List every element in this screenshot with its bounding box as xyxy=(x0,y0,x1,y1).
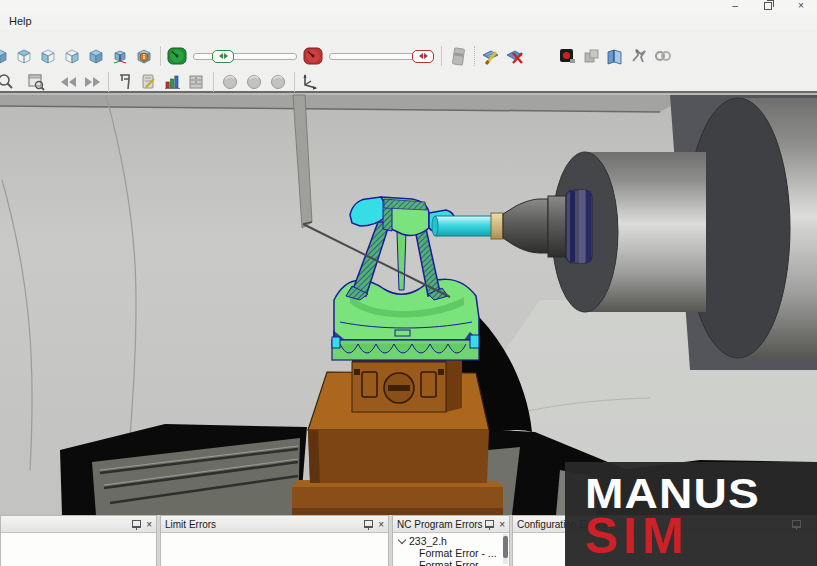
minimize-button[interactable]: – xyxy=(729,1,741,11)
tree-node-root[interactable]: 233_2.h xyxy=(397,535,509,547)
record-icon xyxy=(558,47,577,66)
book-icon xyxy=(605,46,625,66)
manussim-watermark: MANUS SIM xyxy=(565,462,817,566)
view-cube-corner-button[interactable] xyxy=(0,44,12,68)
speed-slider-handle[interactable] xyxy=(212,50,234,63)
vertical-scrollbar[interactable] xyxy=(503,534,508,564)
view-cube-top-icon xyxy=(15,47,33,65)
toolbar-separator xyxy=(441,46,442,66)
view-cube-top-button[interactable] xyxy=(12,44,36,68)
view-cube-left-face-icon xyxy=(39,47,57,65)
pin-icon[interactable] xyxy=(485,520,494,528)
panel-title: Limit Errors xyxy=(165,519,364,530)
eraser-button[interactable] xyxy=(446,44,470,68)
panel-body: 233_2.h Format Error - ... Format Error … xyxy=(393,533,509,566)
view-cube-axes-button[interactable] xyxy=(108,44,132,68)
globe-button-3[interactable] xyxy=(266,70,290,94)
globe-button-1[interactable] xyxy=(218,70,242,94)
axis-button[interactable] xyxy=(299,70,323,94)
report-button[interactable] xyxy=(137,70,161,94)
rewind-icon xyxy=(61,77,76,87)
eraser-icon xyxy=(451,47,464,65)
restore-button[interactable] xyxy=(762,1,774,11)
book-button[interactable] xyxy=(603,44,627,68)
expand-chevron-icon[interactable] xyxy=(398,536,406,544)
panel-close-icon[interactable]: × xyxy=(806,520,812,529)
fast-forward-icon xyxy=(85,77,100,87)
cabinet-button[interactable] xyxy=(185,70,209,94)
pin-icon[interactable] xyxy=(792,520,801,528)
toolbar-row-2 xyxy=(0,69,323,95)
globe-button-2[interactable] xyxy=(242,70,266,94)
panel-nc-program-errors: NC Program Errors × 233_2.h Format Error… xyxy=(392,515,510,566)
delete-stock-button[interactable] xyxy=(503,44,527,68)
panel-close-icon[interactable]: × xyxy=(378,520,384,529)
speed-gauge-green-button[interactable] xyxy=(165,44,189,68)
view-cube-axes-icon xyxy=(111,47,129,65)
slider-left-arrow-icon xyxy=(219,53,223,59)
tree-node-label: 233_2.h xyxy=(409,535,447,547)
view-window-button[interactable] xyxy=(24,70,48,94)
restore-icon xyxy=(764,2,772,10)
panel-title: NC Program Errors xyxy=(397,519,485,530)
menu-item-help[interactable]: Help xyxy=(0,15,41,27)
fast-forward-button[interactable] xyxy=(80,70,104,94)
view-cube-info-icon xyxy=(135,47,153,65)
feed-gauge-red-button[interactable] xyxy=(301,44,325,68)
feed-slider-handle[interactable] xyxy=(412,50,434,63)
slider-left-arrow-icon xyxy=(419,53,423,59)
feed-gauge-red-icon xyxy=(303,46,323,66)
view-cube-solid-icon xyxy=(87,47,105,65)
pin-icon[interactable] xyxy=(364,520,373,528)
slider-right-arrow-icon xyxy=(424,53,428,59)
nc-search-button[interactable] xyxy=(0,70,18,94)
view-cube-left-face-button[interactable] xyxy=(36,44,60,68)
feed-slider[interactable] xyxy=(329,53,433,60)
panel-close-icon[interactable]: × xyxy=(499,520,505,529)
globe-icon xyxy=(221,73,239,91)
copy-button[interactable] xyxy=(579,44,603,68)
toolbar-row-1 xyxy=(0,43,675,69)
watermark-line2: SIM xyxy=(585,514,689,559)
caliper-icon xyxy=(115,72,135,92)
title-bar: – × xyxy=(0,0,817,12)
record-button[interactable] xyxy=(555,44,579,68)
rewind-button[interactable] xyxy=(56,70,80,94)
panel-body xyxy=(161,533,388,566)
panel-limit-errors: Limit Errors × xyxy=(160,515,389,566)
slider-right-arrow-icon xyxy=(224,53,228,59)
report-icon xyxy=(139,72,159,92)
window-controls: – × xyxy=(729,0,807,12)
paint-stock-button[interactable] xyxy=(479,44,503,68)
view-cube-info-button[interactable] xyxy=(132,44,156,68)
tree-node-child[interactable]: Format Error - xyxy=(397,559,509,566)
chart-button[interactable] xyxy=(161,70,185,94)
speed-slider[interactable] xyxy=(193,53,297,60)
axis-icon xyxy=(301,72,321,92)
view-cube-right-face-icon xyxy=(63,47,81,65)
link-icon xyxy=(653,46,673,66)
view-cube-solid-button[interactable] xyxy=(84,44,108,68)
toolbar-separator-dotted xyxy=(474,46,475,66)
caliper-button[interactable] xyxy=(113,70,137,94)
fixture-tool-icon xyxy=(629,46,649,66)
panel-header: Limit Errors × xyxy=(161,516,388,533)
panel-header: NC Program Errors × xyxy=(393,516,509,533)
toolbar-area xyxy=(0,29,817,93)
view-cube-corner-icon xyxy=(0,47,9,65)
speed-gauge-green-icon xyxy=(167,46,187,66)
3d-viewport[interactable] xyxy=(0,93,817,515)
scrollbar-thumb[interactable] xyxy=(503,536,508,558)
link-button[interactable] xyxy=(651,44,675,68)
view-cube-right-face-button[interactable] xyxy=(60,44,84,68)
error-tree: 233_2.h Format Error - ... Format Error … xyxy=(393,533,509,566)
watermark-line1: MANUS xyxy=(585,476,760,512)
tree-node-child[interactable]: Format Error - ... xyxy=(397,547,509,559)
fixture-tool-button[interactable] xyxy=(627,44,651,68)
paint-stock-icon xyxy=(481,46,501,66)
nc-search-icon xyxy=(0,72,16,92)
pin-icon[interactable] xyxy=(132,520,141,528)
close-button[interactable]: × xyxy=(795,1,807,11)
panel-close-icon[interactable]: × xyxy=(146,520,152,529)
view-window-icon xyxy=(26,72,46,92)
